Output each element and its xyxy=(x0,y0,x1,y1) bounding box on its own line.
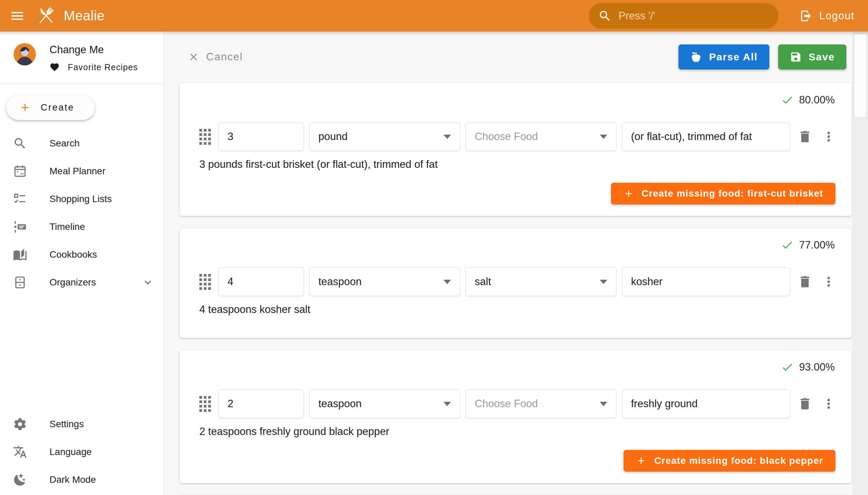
confidence-badge: 77.00% xyxy=(180,228,852,253)
more-options-button[interactable] xyxy=(821,274,836,289)
dropdown-arrow-icon xyxy=(600,280,607,284)
search-placeholder: Press '/' xyxy=(618,10,655,22)
delete-button[interactable] xyxy=(798,129,812,144)
chevron-down-icon xyxy=(141,276,154,289)
create-missing-food-button[interactable]: Create missing food: first-cut brisket xyxy=(611,183,835,204)
app-bar: Mealie Press '/' Logout xyxy=(0,0,868,32)
kebab-icon xyxy=(821,129,836,144)
ingredient-card: 80.00% 3 pound Choose Food (or flat-cut)… xyxy=(180,83,852,216)
more-options-button[interactable] xyxy=(821,129,836,144)
kebab-icon xyxy=(821,274,836,289)
scrollbar-track[interactable] xyxy=(852,32,868,495)
note-input[interactable]: freshly ground xyxy=(622,390,790,418)
plus-icon xyxy=(623,188,634,199)
note-input[interactable]: kosher xyxy=(622,268,790,296)
unit-select[interactable]: teaspoon xyxy=(309,390,460,418)
sidebar-item-dark-mode[interactable]: Dark Mode xyxy=(0,466,164,494)
more-options-button[interactable] xyxy=(821,396,836,411)
search-icon xyxy=(598,9,612,23)
confidence-badge: 80.00% xyxy=(180,83,852,107)
plus-icon xyxy=(636,455,647,466)
create-button-label: Create xyxy=(41,102,74,113)
dropdown-arrow-icon xyxy=(600,402,607,406)
dropdown-arrow-icon xyxy=(443,402,451,406)
logout-label: Logout xyxy=(819,10,854,22)
quantity-input[interactable]: 4 xyxy=(218,268,304,296)
drag-handle-icon[interactable] xyxy=(199,274,211,290)
heart-icon xyxy=(50,62,60,72)
checklist-icon xyxy=(13,192,27,206)
avatar[interactable] xyxy=(14,43,36,65)
confidence-badge: 93.00% xyxy=(180,350,852,375)
sidebar: Change Me Favorite Recipes Create Search… xyxy=(0,32,164,495)
sidebar-item-timeline[interactable]: Timeline xyxy=(0,213,164,241)
food-select[interactable]: salt xyxy=(465,268,616,296)
create-button[interactable]: Create xyxy=(6,95,95,120)
dropdown-arrow-icon xyxy=(443,280,451,284)
drag-handle-icon[interactable] xyxy=(199,396,211,412)
user-name: Change Me xyxy=(50,44,138,56)
quantity-input[interactable]: 2 xyxy=(218,390,304,418)
sidebar-item-language[interactable]: Language xyxy=(0,438,164,466)
sidebar-nav: Search Meal Planner Shopping Lists Timel… xyxy=(0,130,164,296)
delete-button[interactable] xyxy=(798,274,812,289)
create-missing-food-button[interactable]: Create missing food: black pepper xyxy=(624,450,835,472)
trash-icon xyxy=(798,129,812,144)
check-icon xyxy=(781,239,794,252)
confidence-value: 77.00% xyxy=(799,239,835,251)
save-icon xyxy=(790,51,802,63)
search-input[interactable]: Press '/' xyxy=(589,3,779,29)
save-label: Save xyxy=(809,51,835,63)
user-block: Change Me Favorite Recipes xyxy=(0,32,164,84)
note-input[interactable]: (or flat-cut), trimmed of fat xyxy=(622,122,790,151)
cancel-button[interactable]: Cancel xyxy=(188,51,243,63)
main-content: Cancel Parse All Save 80 xyxy=(164,32,852,495)
parse-all-label: Parse All xyxy=(709,51,758,63)
kebab-icon xyxy=(821,396,836,411)
close-icon xyxy=(188,51,199,63)
original-ingredient-text: 2 teaspoons freshly ground black pepper xyxy=(199,426,832,450)
hamburger-icon xyxy=(10,8,25,24)
moon-icon xyxy=(13,473,27,487)
trash-icon xyxy=(798,396,812,411)
sidebar-item-cookbooks[interactable]: Cookbooks xyxy=(0,241,164,269)
dropdown-arrow-icon xyxy=(443,135,451,139)
app-title: Mealie xyxy=(64,8,105,23)
cabinet-icon xyxy=(13,275,27,290)
sidebar-item-organizers[interactable]: Organizers xyxy=(0,269,164,296)
save-button[interactable]: Save xyxy=(778,45,846,69)
gear-icon xyxy=(13,417,27,431)
timeline-icon xyxy=(13,220,27,234)
delete-button[interactable] xyxy=(798,396,812,411)
sidebar-item-settings[interactable]: Settings xyxy=(0,410,164,438)
parse-all-button[interactable]: Parse All xyxy=(679,45,769,69)
check-icon xyxy=(781,361,794,374)
drag-handle-icon[interactable] xyxy=(199,129,211,145)
mealie-logo-icon xyxy=(35,5,56,27)
dropdown-arrow-icon xyxy=(600,135,607,139)
quantity-input[interactable]: 3 xyxy=(218,122,304,151)
menu-button[interactable] xyxy=(7,6,27,26)
check-icon xyxy=(781,93,794,106)
favorite-recipes-label: Favorite Recipes xyxy=(68,62,138,72)
confidence-value: 93.00% xyxy=(799,361,835,373)
logout-button[interactable]: Logout xyxy=(800,10,854,22)
apple-icon xyxy=(690,51,702,63)
food-select[interactable]: Choose Food xyxy=(465,122,616,151)
logout-icon xyxy=(800,10,812,22)
unit-select[interactable]: teaspoon xyxy=(309,268,460,296)
sidebar-item-meal-planner[interactable]: Meal Planner xyxy=(0,157,164,185)
sidebar-item-shopping-lists[interactable]: Shopping Lists xyxy=(0,185,164,213)
sidebar-divider xyxy=(0,84,164,84)
original-ingredient-text: 3 pounds first-cut brisket (or flat-cut)… xyxy=(199,158,832,183)
food-select[interactable]: Choose Food xyxy=(465,390,616,418)
trash-icon xyxy=(798,274,812,289)
unit-select[interactable]: pound xyxy=(309,122,460,151)
favorite-recipes-link[interactable]: Favorite Recipes xyxy=(50,62,138,72)
magnify-icon xyxy=(13,136,27,151)
scrollbar-thumb[interactable] xyxy=(854,34,867,118)
sidebar-footer: Settings Language Dark Mode xyxy=(0,410,164,495)
original-ingredient-text: 4 teaspoons kosher salt xyxy=(199,304,832,338)
sidebar-item-search[interactable]: Search xyxy=(0,130,164,157)
calendar-icon xyxy=(13,164,27,178)
